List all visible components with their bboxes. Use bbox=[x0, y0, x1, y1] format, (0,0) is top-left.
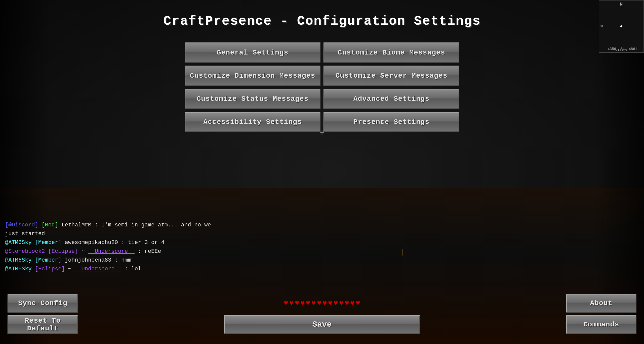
chat-message-1-cont: just started bbox=[5, 231, 45, 237]
chat-member-tag-2: [Member] bbox=[35, 257, 62, 263]
chat-message-4: johnjohncena83 : hmm bbox=[65, 257, 131, 263]
chat-atm6-tag-3: @ATM6Sky bbox=[5, 266, 32, 272]
chat-message-2: awesomepikachu20 : tier 3 or 4 bbox=[65, 239, 165, 246]
chat-line-4: @ATM6Sky [Member] johnjohncena83 : hmm bbox=[5, 256, 224, 264]
save-button[interactable]: Save bbox=[224, 315, 420, 334]
chat-message-5b: : lol bbox=[125, 266, 141, 272]
minimap: N W -4356, 84, 4861 Plains bbox=[599, 0, 644, 53]
config-panel: CraftPresence - Configuration Settings G… bbox=[0, 0, 644, 344]
customize-dimension-button[interactable]: Customize Dimension Messages bbox=[185, 66, 320, 86]
chat-area: [@Discord] [Mod] LethalMrM : I'm semi-in… bbox=[5, 221, 224, 274]
presence-settings-button[interactable]: Presence Settings bbox=[324, 112, 459, 132]
bottom-right-buttons: About Commands bbox=[566, 294, 636, 334]
chat-line-1b: just started bbox=[5, 230, 224, 238]
chat-message-1: LethalMrM : I'm semi-in game atm... and … bbox=[61, 222, 211, 228]
commands-button[interactable]: Commands bbox=[566, 315, 636, 334]
general-settings-button[interactable]: General Settings bbox=[185, 42, 320, 63]
chat-line-3: @Stoneblock2 [Eclipse] ~ __Underscore__ … bbox=[5, 247, 224, 256]
chat-stoneblock-tag: @Stoneblock2 bbox=[5, 248, 45, 255]
bottom-bar: Sync Config Reset To Default Save About … bbox=[0, 294, 644, 334]
chat-discord-tag: [@Discord] bbox=[5, 222, 38, 228]
reset-to-default-button[interactable]: Reset To Default bbox=[8, 315, 78, 334]
customize-server-button[interactable]: Customize Server Messages bbox=[324, 66, 459, 86]
customize-status-button[interactable]: Customize Status Messages bbox=[185, 89, 320, 109]
sync-config-button[interactable]: Sync Config bbox=[8, 294, 78, 313]
chat-message-3a: ~ bbox=[82, 248, 88, 255]
bottom-center-buttons: Save bbox=[224, 294, 420, 334]
main-buttons-grid: General Settings Customize Biome Message… bbox=[185, 42, 459, 132]
chat-eclipse-tag-2: [Eclipse] bbox=[35, 266, 65, 272]
chat-member-tag: [Member] bbox=[35, 239, 62, 246]
chat-underscore-1: __Underscore__ bbox=[88, 248, 135, 255]
chat-line-1: [@Discord] [Mod] LethalMrM : I'm semi-in… bbox=[5, 221, 224, 229]
customize-biome-button[interactable]: Customize Biome Messages bbox=[324, 42, 459, 63]
advanced-settings-button[interactable]: Advanced Settings bbox=[324, 89, 459, 109]
accessibility-settings-button[interactable]: Accessibility Settings bbox=[185, 112, 320, 132]
plus-divider-icon: + bbox=[319, 128, 325, 138]
chat-eclipse-tag: [Eclipse] bbox=[48, 248, 78, 255]
chat-underscore-2: __Underscore__ bbox=[75, 266, 121, 272]
chat-mod-tag: [Mod] bbox=[42, 222, 58, 228]
bottom-left-buttons: Sync Config Reset To Default bbox=[8, 294, 78, 334]
chat-message-3b: : reEEe bbox=[138, 248, 161, 255]
minimap-biome: Plains bbox=[599, 48, 643, 52]
about-button[interactable]: About bbox=[566, 294, 636, 313]
chat-message-5a: ~ bbox=[68, 266, 75, 272]
chat-line-2: @ATM6Sky [Member] awesomepikachu20 : tie… bbox=[5, 238, 224, 247]
chat-atm6-tag: @ATM6Sky bbox=[5, 239, 32, 246]
minimap-compass-n: N bbox=[620, 2, 623, 7]
page-title: CraftPresence - Configuration Settings bbox=[163, 14, 481, 29]
minimap-player-dot bbox=[620, 25, 622, 27]
chat-atm6-tag-2: @ATM6Sky bbox=[5, 257, 32, 263]
minimap-compass-w: W bbox=[600, 24, 603, 29]
chat-line-5: @ATM6Sky [Eclipse] ~ __Underscore__ : lo… bbox=[5, 265, 224, 273]
